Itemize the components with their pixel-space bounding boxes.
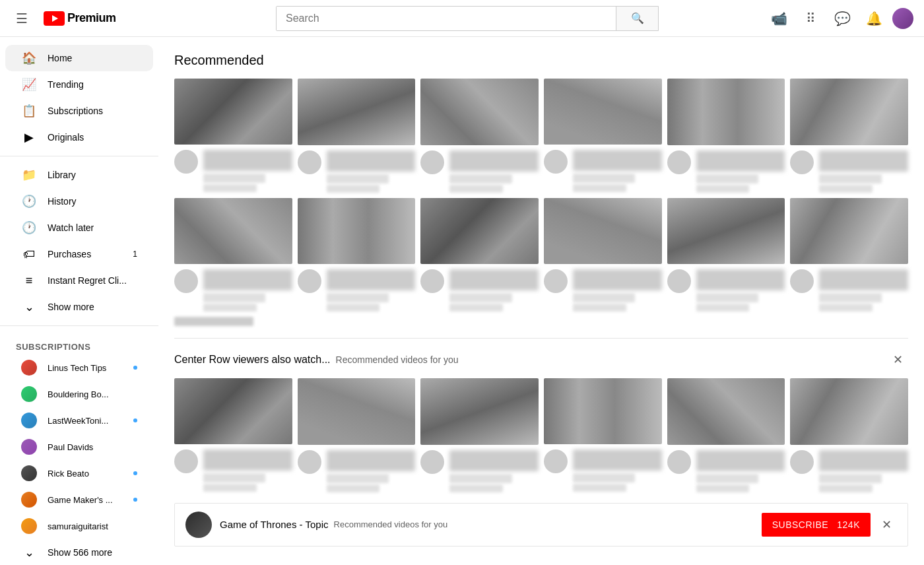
video-channel — [696, 474, 758, 483]
originals-icon: ▶ — [21, 130, 37, 145]
video-grid-row1 — [174, 79, 908, 193]
sidebar-item-label: Home — [48, 53, 72, 63]
video-card[interactable] — [298, 378, 416, 492]
video-title — [696, 150, 785, 172]
video-title — [203, 449, 292, 471]
hamburger-button[interactable]: ☰ — [11, 5, 33, 32]
video-info — [174, 150, 292, 192]
sidebar-item-watch-later[interactable]: 🕐 Watch later — [5, 215, 153, 241]
video-info — [790, 450, 908, 492]
center-row-close-button[interactable]: ✕ — [887, 349, 908, 370]
video-views — [696, 484, 750, 492]
video-card[interactable] — [174, 79, 292, 193]
recommended-title: Recommended — [174, 53, 908, 68]
video-card[interactable] — [667, 198, 785, 312]
video-info — [298, 269, 416, 312]
center-row-video-grid — [174, 378, 908, 492]
sidebar-item-instant-regret[interactable]: ≡ Instant Regret Cli... — [5, 267, 153, 294]
video-meta — [203, 150, 292, 192]
sidebar-item-home[interactable]: 🏠 Home — [5, 45, 153, 71]
video-card[interactable] — [544, 378, 662, 492]
paul-name: Paul Davids — [48, 442, 93, 452]
channel-thumbnail — [544, 269, 568, 293]
video-card[interactable] — [420, 79, 539, 193]
search-button[interactable]: 🔍 — [616, 6, 658, 31]
video-card[interactable] — [790, 79, 908, 193]
center-row-title: Center Row viewers also watch... — [174, 354, 331, 366]
video-meta — [203, 449, 292, 492]
subscribe-button[interactable]: SUBSCRIBE 124K — [762, 513, 871, 537]
sidebar-item-lastweek[interactable]: LastWeekToni... — [5, 407, 153, 434]
video-meta — [203, 269, 292, 312]
sidebar-item-rick[interactable]: Rick Beato — [5, 460, 153, 486]
sidebar-item-library[interactable]: 📁 Library — [5, 162, 153, 188]
purchases-icon: 🏷 — [21, 248, 37, 261]
video-card[interactable] — [420, 198, 539, 312]
show-more-button[interactable]: ⌄ Show more — [5, 294, 153, 320]
video-title — [696, 450, 785, 471]
logo-area[interactable]: Premium — [44, 11, 116, 26]
video-thumbnail — [667, 378, 785, 445]
subscriptions-icon: 📋 — [21, 104, 37, 118]
search-input[interactable] — [277, 7, 616, 30]
video-meta — [573, 269, 662, 312]
upload-video-button[interactable]: 📹 — [766, 5, 792, 32]
video-card[interactable] — [544, 79, 662, 193]
avatar[interactable] — [892, 8, 913, 29]
video-channel — [449, 293, 512, 302]
sidebar-item-subscriptions[interactable]: 📋 Subscriptions — [5, 98, 153, 124]
video-views — [819, 304, 873, 312]
gamemaker-avatar — [21, 492, 37, 508]
sidebar-item-purchases[interactable]: 🏷 Purchases 1 — [5, 241, 153, 267]
video-channel — [203, 473, 265, 482]
show-more-subs-label: Show 566 more — [48, 547, 112, 558]
video-info — [420, 269, 539, 312]
show-more-subs-button[interactable]: ⌄ Show 566 more — [5, 539, 153, 562]
sidebar-item-samurai[interactable]: samuraiguitarist — [5, 513, 153, 539]
got-subtitle: Recommended videos for you — [334, 519, 448, 529]
video-thumbnail — [790, 198, 908, 265]
video-card[interactable] — [667, 378, 785, 492]
channel-thumbnail — [544, 449, 568, 473]
samurai-name: samuraiguitarist — [48, 521, 108, 531]
video-thumbnail — [544, 378, 662, 444]
main-content: Recommended — [158, 37, 924, 562]
sidebar-item-linus[interactable]: Linus Tech Tips — [5, 354, 153, 381]
sidebar-main-section: 🏠 Home 📈 Trending 📋 Subscriptions ▶ Orig… — [0, 45, 158, 156]
video-info — [298, 150, 416, 193]
sidebar-item-bouldering[interactable]: Bouldering Bo... — [5, 381, 153, 407]
video-card[interactable] — [667, 79, 785, 193]
playlist-icon: ≡ — [21, 274, 37, 288]
got-close-button[interactable]: ✕ — [876, 514, 897, 535]
video-card[interactable] — [298, 79, 416, 193]
apps-button[interactable]: ⠿ — [797, 5, 824, 32]
sidebar-item-history[interactable]: 🕐 History — [5, 188, 153, 215]
sidebar-item-paul[interactable]: Paul Davids — [5, 434, 153, 460]
video-meta — [819, 269, 908, 312]
video-card[interactable] — [174, 378, 292, 492]
sidebar-item-gamemaker[interactable]: Game Maker's ... — [5, 486, 153, 513]
linus-avatar — [21, 360, 37, 376]
video-card[interactable] — [298, 198, 416, 312]
video-info — [174, 269, 292, 312]
channel-thumbnail — [174, 150, 198, 174]
video-card[interactable] — [420, 378, 539, 492]
sidebar-item-originals[interactable]: ▶ Originals — [5, 124, 153, 150]
video-grid-row2 — [174, 198, 908, 312]
channel-thumbnail — [790, 269, 814, 293]
channel-thumbnail — [667, 150, 691, 174]
sidebar-item-label: Trending — [48, 79, 84, 90]
video-card[interactable] — [544, 198, 662, 312]
chat-button[interactable]: 💬 — [829, 5, 855, 32]
video-views — [449, 484, 503, 492]
video-meta — [449, 150, 539, 193]
sidebar-item-trending[interactable]: 📈 Trending — [5, 71, 153, 98]
video-title — [449, 150, 539, 172]
notifications-button[interactable]: 🔔 — [861, 5, 887, 32]
video-title — [573, 269, 662, 290]
video-card[interactable] — [174, 198, 292, 312]
video-card[interactable] — [790, 198, 908, 312]
video-card[interactable] — [790, 378, 908, 492]
sidebar-library-section: 📁 Library 🕐 History 🕐 Watch later 🏷 Purc… — [0, 162, 158, 326]
video-title — [327, 450, 416, 471]
